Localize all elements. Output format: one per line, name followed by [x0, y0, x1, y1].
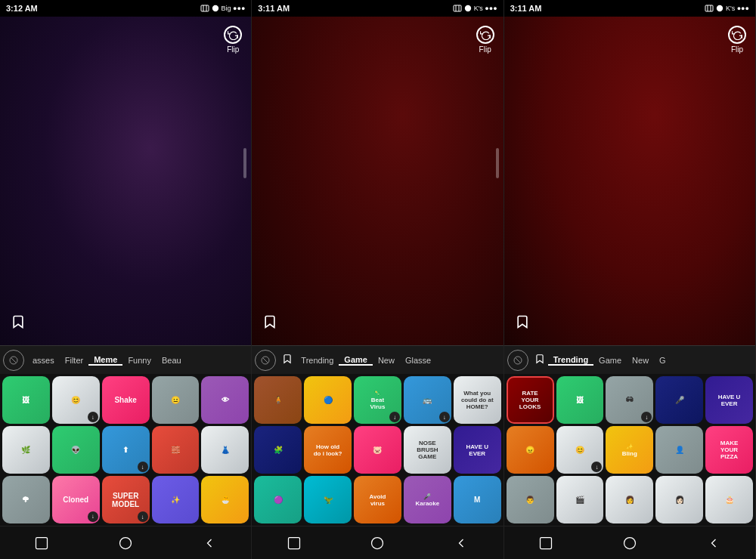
- apps-grid: 🖼😊↓Shake😐👁🌿👽⬆↓🧱👗🌩Cloned↓SUPER MODEL↓✨🐣: [0, 374, 251, 526]
- tab-new[interactable]: New: [627, 356, 654, 365]
- flip-button[interactable]: Flip: [728, 26, 746, 54]
- no-filter-icon[interactable]: [255, 350, 276, 371]
- bookmark-button[interactable]: [262, 314, 277, 333]
- flip-icon: [728, 26, 746, 44]
- svg-point-4: [120, 537, 132, 548]
- app-icon[interactable]: 😠: [507, 426, 554, 474]
- filter-tabs: assesFilterMemeFunnyBeau: [0, 345, 251, 374]
- apps-grid: RATE YOUR LOOKS🖼🕶↓🎤HAVE U EVER😠😊↓✨ Bling…: [504, 374, 755, 526]
- app-icon[interactable]: 👩: [606, 476, 653, 523]
- download-badge: ↓: [138, 462, 148, 472]
- app-icon[interactable]: 👩🏻: [655, 476, 703, 523]
- app-icon[interactable]: HAVE U EVER: [454, 426, 501, 474]
- svg-line-12: [515, 357, 520, 363]
- app-icon[interactable]: Avoid virus: [354, 476, 401, 523]
- back-button[interactable]: [199, 533, 220, 554]
- scroll-handle: [496, 148, 499, 178]
- app-icon[interactable]: NOSE BRUSH GAME: [404, 426, 451, 474]
- home-button[interactable]: [619, 533, 640, 554]
- no-filter-icon[interactable]: [3, 350, 24, 371]
- app-icon[interactable]: HAVE U EVER: [705, 376, 753, 424]
- scroll-handle: [243, 148, 246, 178]
- flip-button[interactable]: Flip: [476, 26, 494, 54]
- tab-meme[interactable]: Meme: [88, 355, 122, 366]
- svg-rect-13: [541, 537, 552, 548]
- svg-rect-5: [454, 5, 461, 11]
- app-icon[interactable]: 🕶↓: [606, 376, 653, 424]
- svg-rect-0: [201, 5, 209, 11]
- app-icon[interactable]: 👽: [52, 426, 100, 474]
- tabs-bookmark-icon[interactable]: [534, 354, 545, 367]
- app-icon[interactable]: MAKE YOUR PIZZA: [705, 426, 753, 474]
- app-icon[interactable]: 👨: [507, 476, 554, 523]
- recent-apps-button[interactable]: [535, 533, 556, 554]
- back-button[interactable]: [451, 533, 472, 554]
- app-icon[interactable]: 👤: [655, 426, 703, 474]
- app-icon[interactable]: How old do i look?: [304, 426, 352, 474]
- app-icon[interactable]: 🦠 Beat Virus↓: [354, 376, 401, 424]
- flip-label: Flip: [479, 45, 491, 54]
- flip-button[interactable]: Flip: [224, 26, 242, 54]
- app-icon[interactable]: Shake: [102, 376, 150, 424]
- download-badge: ↓: [88, 511, 98, 522]
- app-icon[interactable]: ⬆↓: [102, 426, 150, 474]
- app-icon[interactable]: 🔵: [304, 376, 352, 424]
- tab-filter[interactable]: Filter: [60, 356, 88, 365]
- tabs-bookmark-icon[interactable]: [282, 354, 293, 367]
- phone-panel-2: 3:11 AM K's ●●● Flip TrendingGameNewGlas…: [252, 0, 503, 559]
- status-icons: K's ●●●: [453, 4, 497, 13]
- tab-new[interactable]: New: [373, 356, 400, 365]
- app-icon[interactable]: 😐: [152, 376, 200, 424]
- app-icon[interactable]: 🧍: [254, 376, 302, 424]
- status-time: 3:12 AM: [6, 4, 38, 13]
- bookmark-button[interactable]: [11, 314, 26, 333]
- recent-apps-button[interactable]: [284, 533, 305, 554]
- home-button[interactable]: [367, 533, 388, 554]
- tab-trending[interactable]: Trending: [296, 356, 339, 365]
- svg-rect-3: [36, 537, 48, 548]
- app-icon[interactable]: 👗: [201, 426, 249, 474]
- app-icon[interactable]: RATE YOUR LOOKS: [507, 376, 554, 424]
- app-icon[interactable]: What you could do at HOME?: [454, 376, 501, 424]
- tab-glasse[interactable]: Glasse: [400, 356, 436, 365]
- tab-g[interactable]: G: [654, 356, 671, 365]
- tab-game[interactable]: Game: [339, 355, 373, 366]
- app-icon[interactable]: 🌿: [2, 426, 50, 474]
- app-icon[interactable]: 🎤 Karaoke: [404, 476, 451, 523]
- tab-game[interactable]: Game: [593, 356, 627, 365]
- app-icon[interactable]: 🧩: [254, 426, 302, 474]
- app-icon[interactable]: ✨: [152, 476, 200, 523]
- tab-funny[interactable]: Funny: [122, 356, 156, 365]
- app-icon[interactable]: 🐷: [354, 426, 401, 474]
- app-icon[interactable]: M: [454, 476, 501, 523]
- tab-beau[interactable]: Beau: [156, 356, 187, 365]
- svg-point-14: [624, 537, 635, 548]
- app-icon[interactable]: 🎤: [655, 376, 703, 424]
- app-icon[interactable]: 🎬: [556, 476, 604, 523]
- app-icon[interactable]: SUPER MODEL↓: [102, 476, 150, 523]
- app-icon[interactable]: 😊↓: [556, 426, 604, 474]
- app-icon[interactable]: 🌩: [2, 476, 50, 523]
- bookmark-button[interactable]: [515, 314, 530, 333]
- app-icon[interactable]: 🟣: [254, 476, 302, 523]
- tab-asses[interactable]: asses: [27, 356, 60, 365]
- app-icon[interactable]: 🦖: [304, 476, 352, 523]
- home-button[interactable]: [115, 533, 136, 554]
- app-icon[interactable]: 👁: [201, 376, 249, 424]
- app-icon[interactable]: 🖼: [556, 376, 604, 424]
- no-filter-icon[interactable]: [507, 350, 528, 371]
- recent-apps-button[interactable]: [31, 533, 52, 554]
- nav-bar: [252, 526, 503, 559]
- back-button[interactable]: [703, 533, 724, 554]
- app-icon[interactable]: 🧱: [152, 426, 200, 474]
- app-icon[interactable]: 🖼: [2, 376, 50, 424]
- app-icon[interactable]: Cloned↓: [52, 476, 100, 523]
- nav-bar: [504, 526, 755, 559]
- app-icon[interactable]: ✨ Bling: [606, 426, 653, 474]
- app-icon[interactable]: 🎂: [705, 476, 753, 523]
- tab-trending[interactable]: Trending: [548, 355, 593, 366]
- app-icon[interactable]: 😊↓: [52, 376, 100, 424]
- app-icon[interactable]: 🚌↓: [404, 376, 451, 424]
- svg-line-2: [11, 357, 16, 363]
- app-icon[interactable]: 🐣: [201, 476, 249, 523]
